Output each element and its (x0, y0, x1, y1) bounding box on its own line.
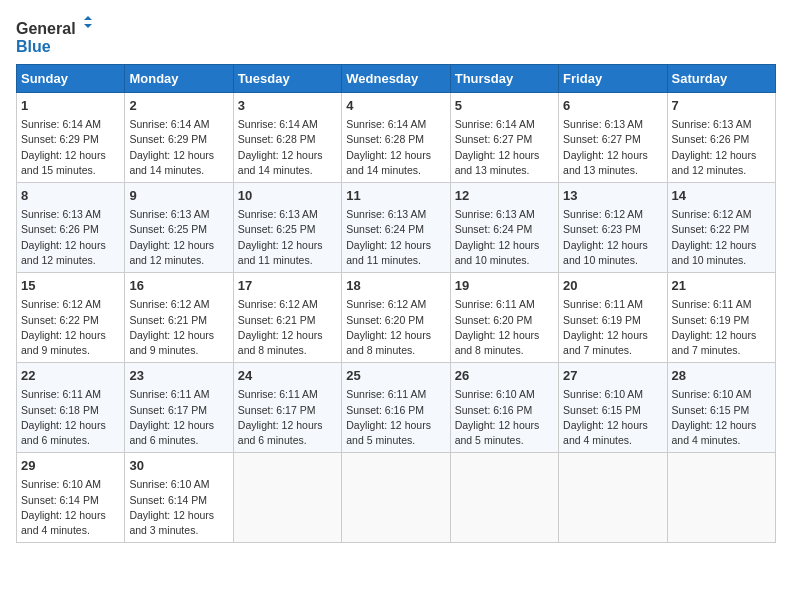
day-info: Sunrise: 6:11 AM Sunset: 6:18 PM Dayligh… (21, 387, 120, 448)
day-number: 21 (672, 277, 771, 295)
calendar-cell: 7Sunrise: 6:13 AM Sunset: 6:26 PM Daylig… (667, 93, 775, 183)
calendar-cell: 14Sunrise: 6:12 AM Sunset: 6:22 PM Dayli… (667, 183, 775, 273)
logo: GeneralBlue (16, 16, 96, 56)
day-number: 3 (238, 97, 337, 115)
calendar-cell: 1Sunrise: 6:14 AM Sunset: 6:29 PM Daylig… (17, 93, 125, 183)
calendar-cell: 23Sunrise: 6:11 AM Sunset: 6:17 PM Dayli… (125, 363, 233, 453)
day-info: Sunrise: 6:12 AM Sunset: 6:23 PM Dayligh… (563, 207, 662, 268)
day-info: Sunrise: 6:12 AM Sunset: 6:21 PM Dayligh… (238, 297, 337, 358)
day-info: Sunrise: 6:14 AM Sunset: 6:28 PM Dayligh… (346, 117, 445, 178)
day-number: 10 (238, 187, 337, 205)
day-number: 23 (129, 367, 228, 385)
day-info: Sunrise: 6:10 AM Sunset: 6:14 PM Dayligh… (129, 477, 228, 538)
calendar-cell: 16Sunrise: 6:12 AM Sunset: 6:21 PM Dayli… (125, 273, 233, 363)
calendar-cell: 2Sunrise: 6:14 AM Sunset: 6:29 PM Daylig… (125, 93, 233, 183)
day-number: 2 (129, 97, 228, 115)
day-number: 28 (672, 367, 771, 385)
day-number: 24 (238, 367, 337, 385)
calendar-cell: 8Sunrise: 6:13 AM Sunset: 6:26 PM Daylig… (17, 183, 125, 273)
calendar-cell: 28Sunrise: 6:10 AM Sunset: 6:15 PM Dayli… (667, 363, 775, 453)
day-number: 22 (21, 367, 120, 385)
day-info: Sunrise: 6:13 AM Sunset: 6:26 PM Dayligh… (21, 207, 120, 268)
day-number: 25 (346, 367, 445, 385)
day-info: Sunrise: 6:10 AM Sunset: 6:16 PM Dayligh… (455, 387, 554, 448)
calendar-cell: 19Sunrise: 6:11 AM Sunset: 6:20 PM Dayli… (450, 273, 558, 363)
day-info: Sunrise: 6:12 AM Sunset: 6:20 PM Dayligh… (346, 297, 445, 358)
calendar-table: SundayMondayTuesdayWednesdayThursdayFrid… (16, 64, 776, 543)
calendar-cell: 13Sunrise: 6:12 AM Sunset: 6:23 PM Dayli… (559, 183, 667, 273)
day-info: Sunrise: 6:10 AM Sunset: 6:15 PM Dayligh… (563, 387, 662, 448)
svg-text:General: General (16, 20, 76, 37)
day-number: 9 (129, 187, 228, 205)
day-info: Sunrise: 6:12 AM Sunset: 6:22 PM Dayligh… (672, 207, 771, 268)
calendar-cell: 26Sunrise: 6:10 AM Sunset: 6:16 PM Dayli… (450, 363, 558, 453)
day-info: Sunrise: 6:10 AM Sunset: 6:15 PM Dayligh… (672, 387, 771, 448)
day-info: Sunrise: 6:11 AM Sunset: 6:17 PM Dayligh… (129, 387, 228, 448)
day-info: Sunrise: 6:13 AM Sunset: 6:27 PM Dayligh… (563, 117, 662, 178)
day-info: Sunrise: 6:10 AM Sunset: 6:14 PM Dayligh… (21, 477, 120, 538)
day-number: 15 (21, 277, 120, 295)
day-info: Sunrise: 6:14 AM Sunset: 6:29 PM Dayligh… (21, 117, 120, 178)
day-number: 12 (455, 187, 554, 205)
weekday-header: Saturday (667, 65, 775, 93)
day-number: 7 (672, 97, 771, 115)
day-number: 13 (563, 187, 662, 205)
svg-marker-2 (84, 16, 92, 20)
page-header: GeneralBlue (16, 16, 776, 56)
day-info: Sunrise: 6:11 AM Sunset: 6:19 PM Dayligh… (563, 297, 662, 358)
weekday-header: Friday (559, 65, 667, 93)
day-number: 6 (563, 97, 662, 115)
day-number: 30 (129, 457, 228, 475)
calendar-cell: 21Sunrise: 6:11 AM Sunset: 6:19 PM Dayli… (667, 273, 775, 363)
day-number: 27 (563, 367, 662, 385)
calendar-cell: 12Sunrise: 6:13 AM Sunset: 6:24 PM Dayli… (450, 183, 558, 273)
day-number: 26 (455, 367, 554, 385)
calendar-cell: 20Sunrise: 6:11 AM Sunset: 6:19 PM Dayli… (559, 273, 667, 363)
calendar-week-row: 22Sunrise: 6:11 AM Sunset: 6:18 PM Dayli… (17, 363, 776, 453)
calendar-cell: 17Sunrise: 6:12 AM Sunset: 6:21 PM Dayli… (233, 273, 341, 363)
calendar-cell: 4Sunrise: 6:14 AM Sunset: 6:28 PM Daylig… (342, 93, 450, 183)
day-info: Sunrise: 6:11 AM Sunset: 6:19 PM Dayligh… (672, 297, 771, 358)
calendar-cell: 5Sunrise: 6:14 AM Sunset: 6:27 PM Daylig… (450, 93, 558, 183)
day-number: 29 (21, 457, 120, 475)
calendar-week-row: 8Sunrise: 6:13 AM Sunset: 6:26 PM Daylig… (17, 183, 776, 273)
day-number: 19 (455, 277, 554, 295)
calendar-cell (342, 453, 450, 543)
day-number: 8 (21, 187, 120, 205)
calendar-cell: 6Sunrise: 6:13 AM Sunset: 6:27 PM Daylig… (559, 93, 667, 183)
day-info: Sunrise: 6:13 AM Sunset: 6:26 PM Dayligh… (672, 117, 771, 178)
day-info: Sunrise: 6:12 AM Sunset: 6:22 PM Dayligh… (21, 297, 120, 358)
day-number: 5 (455, 97, 554, 115)
day-number: 14 (672, 187, 771, 205)
calendar-week-row: 29Sunrise: 6:10 AM Sunset: 6:14 PM Dayli… (17, 453, 776, 543)
calendar-cell: 25Sunrise: 6:11 AM Sunset: 6:16 PM Dayli… (342, 363, 450, 453)
calendar-cell: 18Sunrise: 6:12 AM Sunset: 6:20 PM Dayli… (342, 273, 450, 363)
day-number: 11 (346, 187, 445, 205)
calendar-cell (450, 453, 558, 543)
day-number: 1 (21, 97, 120, 115)
day-info: Sunrise: 6:13 AM Sunset: 6:24 PM Dayligh… (455, 207, 554, 268)
day-info: Sunrise: 6:14 AM Sunset: 6:29 PM Dayligh… (129, 117, 228, 178)
weekday-header: Monday (125, 65, 233, 93)
calendar-cell (559, 453, 667, 543)
svg-marker-3 (84, 24, 92, 28)
day-info: Sunrise: 6:13 AM Sunset: 6:25 PM Dayligh… (238, 207, 337, 268)
day-info: Sunrise: 6:12 AM Sunset: 6:21 PM Dayligh… (129, 297, 228, 358)
day-info: Sunrise: 6:11 AM Sunset: 6:16 PM Dayligh… (346, 387, 445, 448)
calendar-cell: 10Sunrise: 6:13 AM Sunset: 6:25 PM Dayli… (233, 183, 341, 273)
day-number: 4 (346, 97, 445, 115)
weekday-header: Thursday (450, 65, 558, 93)
day-info: Sunrise: 6:14 AM Sunset: 6:28 PM Dayligh… (238, 117, 337, 178)
calendar-cell: 11Sunrise: 6:13 AM Sunset: 6:24 PM Dayli… (342, 183, 450, 273)
calendar-week-row: 1Sunrise: 6:14 AM Sunset: 6:29 PM Daylig… (17, 93, 776, 183)
weekday-header: Sunday (17, 65, 125, 93)
calendar-cell: 15Sunrise: 6:12 AM Sunset: 6:22 PM Dayli… (17, 273, 125, 363)
weekday-header: Wednesday (342, 65, 450, 93)
calendar-header-row: SundayMondayTuesdayWednesdayThursdayFrid… (17, 65, 776, 93)
calendar-week-row: 15Sunrise: 6:12 AM Sunset: 6:22 PM Dayli… (17, 273, 776, 363)
weekday-header: Tuesday (233, 65, 341, 93)
calendar-cell: 24Sunrise: 6:11 AM Sunset: 6:17 PM Dayli… (233, 363, 341, 453)
day-info: Sunrise: 6:13 AM Sunset: 6:25 PM Dayligh… (129, 207, 228, 268)
day-info: Sunrise: 6:14 AM Sunset: 6:27 PM Dayligh… (455, 117, 554, 178)
logo-icon: GeneralBlue (16, 16, 96, 56)
